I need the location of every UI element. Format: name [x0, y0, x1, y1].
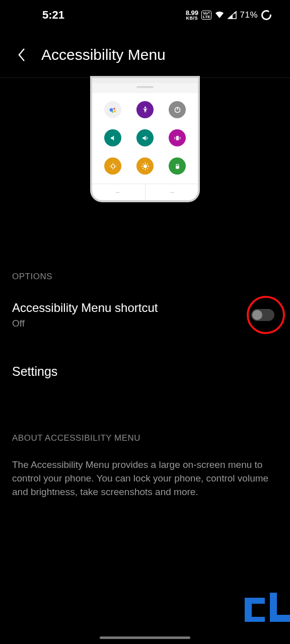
network-speed: 8.99 KB/S	[186, 10, 198, 21]
vibrate-icon	[169, 129, 186, 146]
signal-icon: x	[228, 11, 237, 19]
next-page-icon: →	[146, 184, 198, 200]
power-icon	[169, 101, 186, 118]
assistant-icon	[104, 101, 121, 118]
svg-point-17	[143, 165, 147, 168]
preview-illustration: ← →	[0, 78, 290, 200]
watermark-logo	[243, 593, 290, 622]
status-time: 5:21	[12, 9, 64, 22]
volume-up-icon	[136, 129, 154, 146]
svg-line-22	[142, 164, 143, 165]
status-right: 8.99 KB/S Vo^ LTE x 71%	[186, 10, 272, 21]
svg-line-23	[147, 168, 148, 169]
options-header: OPTIONS	[12, 200, 278, 282]
brightness-up-icon	[136, 157, 154, 175]
lock-icon	[169, 157, 186, 175]
svg-rect-26	[176, 166, 179, 169]
back-button[interactable]	[14, 47, 29, 62]
preview-nav: ← →	[92, 184, 198, 200]
about-header: ABOUT ACCESSIBILITY MENU	[12, 379, 278, 443]
shortcut-toggle[interactable]	[251, 309, 274, 321]
shortcut-state: Off	[12, 318, 158, 329]
svg-point-6	[144, 106, 146, 108]
svg-point-2	[109, 108, 113, 112]
page-title: Accessibility Menu	[41, 46, 166, 63]
spinner-icon	[261, 10, 272, 21]
page-header: Accessibility Menu	[0, 28, 290, 77]
phone-preview: ← →	[92, 78, 198, 200]
prev-page-icon: ←	[92, 184, 146, 200]
svg-point-4	[113, 110, 115, 112]
svg-point-3	[113, 108, 115, 109]
settings-label: Settings	[12, 364, 278, 379]
about-body: The Accessibility Menu provides a large …	[12, 443, 278, 499]
svg-point-5	[112, 111, 113, 113]
volte-icon: Vo^ LTE	[201, 11, 212, 20]
svg-line-24	[142, 168, 143, 169]
status-bar: 5:21 8.99 KB/S Vo^ LTE x 71%	[0, 0, 290, 28]
settings-row[interactable]: Settings	[12, 330, 278, 379]
svg-line-25	[147, 164, 148, 165]
svg-text:x: x	[234, 11, 236, 15]
svg-point-12	[111, 165, 115, 168]
home-indicator[interactable]	[100, 636, 190, 639]
shortcut-title: Accessibility Menu shortcut	[12, 301, 158, 315]
svg-rect-9	[176, 136, 178, 140]
shortcut-row[interactable]: Accessibility Menu shortcut Off	[12, 282, 278, 330]
accessibility-icon	[136, 101, 154, 118]
svg-point-1	[262, 11, 271, 20]
battery-percent: 71%	[240, 10, 258, 20]
volume-down-icon	[104, 129, 121, 146]
wifi-icon	[214, 11, 225, 19]
brightness-down-icon	[104, 157, 121, 175]
